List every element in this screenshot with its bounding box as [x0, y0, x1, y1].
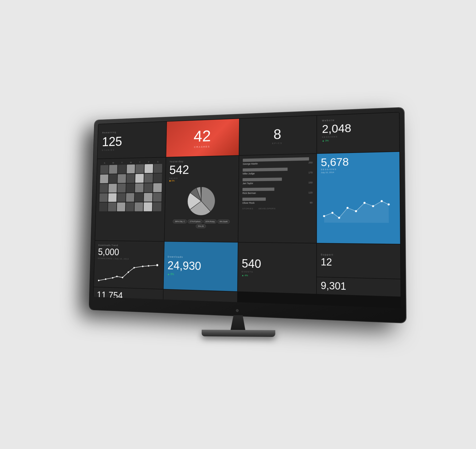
- calendar-cell: [100, 174, 108, 183]
- svg-point-17: [142, 266, 144, 267]
- calendar-cell: [109, 174, 117, 183]
- tile-website-sessions: Website 2,048 SESSIONS ▲ 3%: [317, 112, 399, 153]
- badge-swift: 9%:Swift: [217, 220, 229, 224]
- tile-sales: Yesterday 542 SALES ◆ 0% 38%:Obj. C 27%:…: [165, 156, 239, 242]
- calendar-cell: [99, 203, 107, 211]
- sales-value: 542: [169, 163, 235, 176]
- tile-downloads-trend: Downloads Trend 5,000 DOWNLOADS | July 1…: [94, 241, 164, 289]
- lb-bar: [243, 168, 288, 172]
- camera-dot: [236, 309, 239, 312]
- lb-bar: [243, 157, 309, 162]
- cal-header-s1: S: [100, 162, 109, 164]
- tile-stat2: 9,301: [317, 277, 401, 297]
- calendar-cell: [108, 184, 117, 192]
- calendar-cell: [145, 164, 153, 173]
- calendar-cell: [153, 202, 161, 211]
- monitor-body: Remaining 125 STORIES 42 CRASHES 8 EPICS…: [89, 108, 406, 323]
- sessions-value: 5,678: [321, 155, 395, 168]
- website-value: 2,048: [322, 121, 394, 135]
- calendar-cell: [126, 183, 135, 192]
- lb-bar: [242, 198, 266, 201]
- calendar-cell: [153, 174, 162, 183]
- cal-header-t1: T: [118, 162, 126, 164]
- lb-value: 170: [309, 171, 313, 174]
- tile-downloads: Downloads 24,930 ▲ 8%: [163, 242, 238, 291]
- calendar-cell: [144, 174, 153, 182]
- downloads-value: 24,930: [167, 259, 234, 273]
- downloads-label: Downloads: [168, 255, 234, 259]
- events-value: 540: [242, 257, 313, 271]
- badge-ruby: 20%:Ruby: [203, 220, 217, 224]
- lb-name: George Martin: [243, 162, 258, 165]
- calendar-cell: [144, 202, 152, 211]
- lb-developers-label: DEVELOPERS: [259, 207, 276, 210]
- lb-name: Jeri Taylor: [243, 182, 253, 185]
- calendar-cell: [144, 193, 153, 202]
- sessions-sparkline: [321, 175, 396, 241]
- calendar-cell: [126, 203, 134, 211]
- lb-stories-label: STORIES: [242, 207, 253, 210]
- calendar-cell: [135, 164, 144, 173]
- support-label: Support: [321, 253, 396, 257]
- lb-name: Mike Judge: [243, 172, 255, 175]
- leaderboard-item: Rick Berman 120: [243, 187, 313, 195]
- calendar-cell: [126, 193, 134, 202]
- lb-value: 150: [309, 181, 313, 184]
- svg-point-12: [112, 277, 113, 279]
- svg-marker-9: [324, 201, 389, 223]
- lb-bar: [243, 188, 274, 191]
- badge-objc: 38%:Obj. C: [173, 219, 187, 223]
- svg-point-18: [148, 265, 149, 267]
- calendar-cell: [127, 164, 135, 173]
- cal-header-s2: S: [154, 161, 162, 163]
- calendar-cell: [153, 183, 162, 192]
- calendar-grid: S M T W T F S: [99, 161, 162, 238]
- leaderboard-item: Jeri Taylor 150: [243, 177, 313, 185]
- badge-python: 27%:Python: [188, 219, 203, 223]
- calendar-cell: [154, 164, 162, 173]
- calendar-cell: [108, 203, 116, 211]
- tile-stat3: 11,754: [93, 287, 163, 305]
- cal-header-t2: T: [136, 161, 144, 163]
- lb-value: 120: [309, 191, 313, 194]
- calendar-cell: [118, 174, 126, 183]
- epics-value: 8: [274, 127, 281, 141]
- remaining-value: 125: [102, 133, 162, 148]
- calendar-cell: [144, 183, 153, 192]
- calendar-cell: [126, 174, 135, 183]
- calendar-cell: [100, 165, 108, 174]
- pie-chart: [185, 184, 218, 218]
- leaderboard-item: George Martin 250: [243, 157, 313, 166]
- monitor-stand: [202, 315, 275, 337]
- calendar-cell: [135, 203, 143, 211]
- svg-point-10: [98, 280, 99, 281]
- sessions-date: July 10, 2014: [321, 170, 395, 174]
- downloads-trend: ▲ 8%: [167, 273, 234, 277]
- calendar-cell: [135, 174, 144, 183]
- tile-events: 540 EVENTS ▲ 4%: [238, 243, 316, 294]
- support-value: 12: [321, 257, 396, 269]
- pie-legend: 38%:Obj. C 27%:Python 20%:Ruby 9%:Swift …: [168, 219, 235, 228]
- tile-empty: [163, 289, 237, 308]
- dl-trend-sublabel: DOWNLOADS | July 10, 2014: [98, 257, 160, 261]
- monitor-wrapper: Remaining 125 STORIES 42 CRASHES 8 EPICS…: [51, 98, 425, 351]
- tile-crashes: 42 CRASHES: [166, 119, 239, 157]
- lb-bar: [243, 178, 282, 181]
- lb-value: 250: [309, 161, 313, 164]
- calendar-cell: [100, 184, 108, 193]
- calendar-cell: [109, 165, 117, 174]
- svg-point-11: [105, 278, 106, 280]
- dl-trend-sparkline: [97, 262, 160, 286]
- leaderboard-item: Mike Judge 170: [243, 167, 313, 175]
- stand-base: [202, 330, 275, 337]
- epics-sublabel: EPICS: [272, 142, 283, 144]
- cal-header-m: M: [109, 162, 118, 164]
- stat3-value: 11,754: [97, 290, 159, 302]
- tile-calendar: S M T W T F S: [95, 157, 166, 241]
- cal-header-f: F: [145, 161, 153, 163]
- dl-trend-value: 5,000: [98, 247, 161, 258]
- calendar-cell: [117, 184, 126, 192]
- cal-header-w: W: [127, 161, 135, 164]
- calendar-cell: [135, 193, 143, 202]
- lb-value: 90: [310, 201, 313, 204]
